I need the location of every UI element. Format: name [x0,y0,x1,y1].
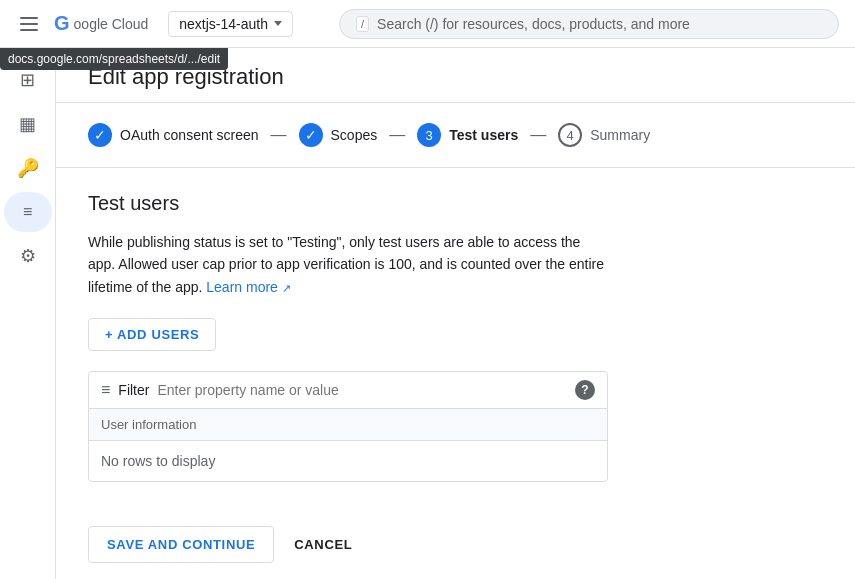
step-circle-oauth: ✓ [88,123,112,147]
logo: G oogle Cloud [54,12,148,35]
filter-input[interactable] [157,382,567,398]
filter-label: Filter [118,382,149,398]
filter-bar: ≡ Filter ? [89,372,607,409]
save-label: SAVE AND CONTINUE [107,537,255,552]
checkmark-icon: ✓ [94,127,106,143]
step-number-3: 3 [426,128,433,143]
cancel-button[interactable]: CANCEL [286,527,360,562]
checkmark-icon-2: ✓ [305,127,317,143]
learn-more-link[interactable]: Learn more ↗ [206,279,290,295]
external-link-icon: ↗ [282,282,291,294]
filter-section: ≡ Filter ? User information No rows to d… [88,371,608,482]
step-label-summary: Summary [590,127,650,143]
sidebar: ⊞ ▦ 🔑 ≡ ⚙ [0,48,56,579]
table-empty-message: No rows to display [89,441,607,481]
home-icon: ⊞ [20,69,35,91]
filter-icon: ≡ [101,381,110,399]
sidebar-item-settings[interactable]: ⚙ [4,236,52,276]
url-tooltip: docs.google.com/spreadsheets/d/.../edit [0,48,228,70]
settings-icon: ⚙ [20,245,36,267]
sidebar-item-dashboard[interactable]: ▦ [4,104,52,144]
content-area: Test users While publishing status is se… [56,168,855,526]
dash-3: — [526,126,550,144]
cancel-label: CANCEL [294,537,352,552]
add-users-button[interactable]: + ADD USERS [88,318,216,351]
stepper: ✓ OAuth consent screen — ✓ Scopes — 3 Te… [56,103,855,168]
step-number-4: 4 [567,128,574,143]
description-text: While publishing status is set to "Testi… [88,231,608,298]
table-header: User information [89,409,607,441]
google-cloud-text: oogle Cloud [74,16,149,32]
sidebar-item-api[interactable]: ≡ [4,192,52,232]
search-bar[interactable]: / Search (/) for resources, docs, produc… [339,9,839,39]
step-label-scopes: Scopes [331,127,378,143]
dashboard-icon: ▦ [19,113,36,135]
search-slash-icon: / [356,16,369,32]
description-body: While publishing status is set to "Testi… [88,234,604,295]
step-circle-summary: 4 [558,123,582,147]
chevron-down-icon [274,21,282,26]
step-label-oauth: OAuth consent screen [120,127,259,143]
project-selector[interactable]: nextjs-14-auth [168,11,293,37]
dash-1: — [267,126,291,144]
main-content: Edit app registration ✓ OAuth consent sc… [56,48,855,579]
help-icon[interactable]: ? [575,380,595,400]
step-circle-test-users: 3 [417,123,441,147]
step-test-users: 3 Test users [417,123,518,147]
topbar: G oogle Cloud nextjs-14-auth / Search (/… [0,0,855,48]
section-title: Test users [88,192,823,215]
layout: ⊞ ▦ 🔑 ≡ ⚙ Edit app registration ✓ OAuth … [0,48,855,579]
step-circle-scopes: ✓ [299,123,323,147]
learn-more-text: Learn more [206,279,278,295]
step-summary: 4 Summary [558,123,650,147]
project-name: nextjs-14-auth [179,16,268,32]
bottom-actions: SAVE AND CONTINUE CANCEL [56,526,855,563]
key-icon: 🔑 [17,157,39,179]
add-users-label: + ADD USERS [105,327,199,342]
step-oauth: ✓ OAuth consent screen [88,123,259,147]
google-g: G [54,12,70,35]
dash-2: — [385,126,409,144]
sidebar-item-keys[interactable]: 🔑 [4,148,52,188]
api-icon: ≡ [19,201,36,223]
step-scopes: ✓ Scopes [299,123,378,147]
save-and-continue-button[interactable]: SAVE AND CONTINUE [88,526,274,563]
search-placeholder: Search (/) for resources, docs, products… [377,16,690,32]
step-label-test-users: Test users [449,127,518,143]
menu-button[interactable] [16,13,42,35]
